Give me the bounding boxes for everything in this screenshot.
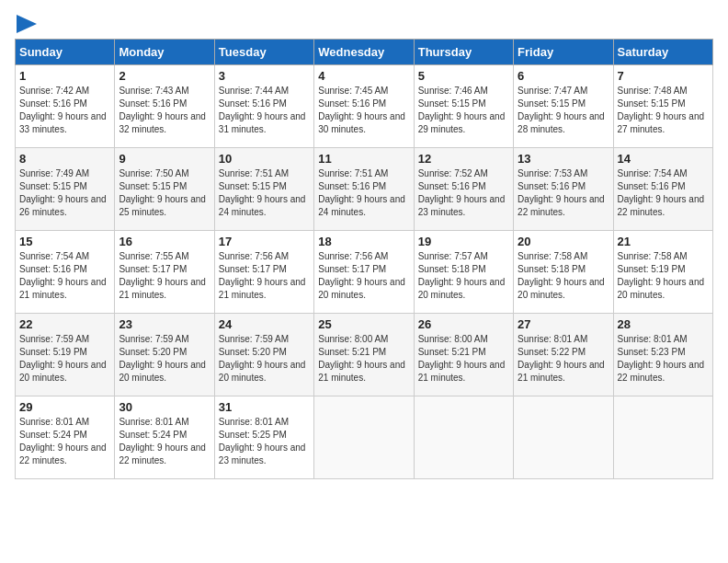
day-number: 21 [618,235,709,248]
col-header-wednesday: Wednesday [314,40,414,65]
day-number: 20 [518,235,609,248]
calendar-cell: 20 Sunrise: 7:58 AMSunset: 5:18 PMDaylig… [514,231,613,314]
day-info: Sunrise: 7:56 AMSunset: 5:17 PMDaylight:… [318,251,405,300]
calendar-week-4: 29 Sunrise: 8:01 AMSunset: 5:24 PMDaylig… [16,396,713,479]
day-number: 25 [318,317,409,331]
day-info: Sunrise: 7:59 AMSunset: 5:20 PMDaylight:… [119,334,206,383]
day-number: 12 [418,152,509,166]
calendar-cell [514,396,613,479]
col-header-thursday: Thursday [414,40,513,65]
day-number: 27 [518,317,609,331]
calendar-cell: 13 Sunrise: 7:53 AMSunset: 5:16 PMDaylig… [514,148,613,231]
col-header-tuesday: Tuesday [214,40,313,65]
day-info: Sunrise: 8:01 AMSunset: 5:23 PMDaylight:… [618,334,705,383]
day-info: Sunrise: 7:44 AMSunset: 5:16 PMDaylight:… [219,86,306,134]
calendar-cell: 22 Sunrise: 7:59 AMSunset: 5:19 PMDaylig… [16,314,115,396]
calendar-cell: 2 Sunrise: 7:43 AMSunset: 5:16 PMDayligh… [115,65,214,148]
calendar-cell: 31 Sunrise: 8:01 AMSunset: 5:25 PMDaylig… [214,396,313,479]
day-number: 15 [19,235,110,248]
calendar-week-0: 1 Sunrise: 7:42 AMSunset: 5:16 PMDayligh… [16,65,713,148]
day-info: Sunrise: 7:42 AMSunset: 5:16 PMDaylight:… [19,86,107,134]
day-number: 18 [318,235,409,248]
day-number: 13 [518,152,609,166]
calendar-week-2: 15 Sunrise: 7:54 AMSunset: 5:16 PMDaylig… [16,231,713,314]
calendar-cell: 9 Sunrise: 7:50 AMSunset: 5:15 PMDayligh… [115,148,214,231]
day-info: Sunrise: 7:45 AMSunset: 5:16 PMDaylight:… [318,86,405,134]
col-header-sunday: Sunday [16,40,115,65]
calendar-cell: 5 Sunrise: 7:46 AMSunset: 5:15 PMDayligh… [414,65,513,148]
day-info: Sunrise: 7:59 AMSunset: 5:19 PMDaylight:… [19,334,107,383]
page-header [15,15,713,31]
day-info: Sunrise: 7:54 AMSunset: 5:16 PMDaylight:… [618,168,705,217]
calendar-cell [414,396,513,479]
day-info: Sunrise: 7:56 AMSunset: 5:17 PMDaylight:… [219,251,306,300]
calendar-cell: 24 Sunrise: 7:59 AMSunset: 5:20 PMDaylig… [214,314,313,396]
calendar-cell [314,396,414,479]
day-number: 10 [219,152,310,166]
logo [15,15,37,31]
day-number: 28 [618,317,709,331]
day-info: Sunrise: 7:52 AMSunset: 5:16 PMDaylight:… [418,168,506,217]
day-number: 22 [19,317,110,331]
calendar-cell: 27 Sunrise: 8:01 AMSunset: 5:22 PMDaylig… [514,314,613,396]
calendar-cell: 28 Sunrise: 8:01 AMSunset: 5:23 PMDaylig… [613,314,712,396]
calendar-cell [613,396,712,479]
day-number: 1 [19,69,110,83]
day-info: Sunrise: 7:58 AMSunset: 5:18 PMDaylight:… [518,251,605,300]
day-number: 6 [518,69,609,83]
calendar-cell: 6 Sunrise: 7:47 AMSunset: 5:15 PMDayligh… [514,65,613,148]
day-info: Sunrise: 8:00 AMSunset: 5:21 PMDaylight:… [318,334,405,383]
calendar-header-row: SundayMondayTuesdayWednesdayThursdayFrid… [16,40,713,65]
calendar-week-1: 8 Sunrise: 7:49 AMSunset: 5:15 PMDayligh… [16,148,713,231]
calendar-week-3: 22 Sunrise: 7:59 AMSunset: 5:19 PMDaylig… [16,314,713,396]
day-number: 16 [119,235,210,248]
day-number: 11 [318,152,409,166]
day-info: Sunrise: 7:53 AMSunset: 5:16 PMDaylight:… [518,168,605,217]
calendar-cell: 30 Sunrise: 8:01 AMSunset: 5:24 PMDaylig… [115,396,214,479]
day-info: Sunrise: 8:01 AMSunset: 5:22 PMDaylight:… [518,334,605,383]
calendar-cell: 23 Sunrise: 7:59 AMSunset: 5:20 PMDaylig… [115,314,214,396]
day-info: Sunrise: 7:51 AMSunset: 5:16 PMDaylight:… [318,168,405,217]
calendar-cell: 17 Sunrise: 7:56 AMSunset: 5:17 PMDaylig… [214,231,313,314]
day-number: 2 [119,69,210,83]
col-header-monday: Monday [115,40,214,65]
day-info: Sunrise: 7:59 AMSunset: 5:20 PMDaylight:… [219,334,306,383]
calendar-cell: 21 Sunrise: 7:58 AMSunset: 5:19 PMDaylig… [613,231,712,314]
calendar-table: SundayMondayTuesdayWednesdayThursdayFrid… [15,39,713,479]
day-info: Sunrise: 7:54 AMSunset: 5:16 PMDaylight:… [19,251,107,300]
col-header-saturday: Saturday [613,40,712,65]
day-number: 5 [418,69,509,83]
day-number: 9 [119,152,210,166]
day-number: 23 [119,317,210,331]
day-number: 3 [219,69,310,83]
calendar-cell: 11 Sunrise: 7:51 AMSunset: 5:16 PMDaylig… [314,148,414,231]
calendar-cell: 8 Sunrise: 7:49 AMSunset: 5:15 PMDayligh… [16,148,115,231]
calendar-cell: 15 Sunrise: 7:54 AMSunset: 5:16 PMDaylig… [16,231,115,314]
calendar-cell: 1 Sunrise: 7:42 AMSunset: 5:16 PMDayligh… [16,65,115,148]
calendar-cell: 16 Sunrise: 7:55 AMSunset: 5:17 PMDaylig… [115,231,214,314]
day-number: 14 [618,152,709,166]
logo-icon [17,15,37,33]
day-info: Sunrise: 7:57 AMSunset: 5:18 PMDaylight:… [418,251,506,300]
calendar-body: 1 Sunrise: 7:42 AMSunset: 5:16 PMDayligh… [16,65,713,479]
calendar-cell: 14 Sunrise: 7:54 AMSunset: 5:16 PMDaylig… [613,148,712,231]
day-number: 7 [618,69,709,83]
day-number: 19 [418,235,509,248]
day-info: Sunrise: 7:49 AMSunset: 5:15 PMDaylight:… [19,168,107,217]
calendar-cell: 3 Sunrise: 7:44 AMSunset: 5:16 PMDayligh… [214,65,313,148]
day-info: Sunrise: 7:55 AMSunset: 5:17 PMDaylight:… [119,251,206,300]
calendar-cell: 29 Sunrise: 8:01 AMSunset: 5:24 PMDaylig… [16,396,115,479]
calendar-cell: 26 Sunrise: 8:00 AMSunset: 5:21 PMDaylig… [414,314,513,396]
day-number: 8 [19,152,110,166]
day-number: 31 [219,400,310,414]
day-number: 30 [119,400,210,414]
day-number: 24 [219,317,310,331]
calendar-cell: 18 Sunrise: 7:56 AMSunset: 5:17 PMDaylig… [314,231,414,314]
day-info: Sunrise: 7:48 AMSunset: 5:15 PMDaylight:… [618,86,705,134]
day-info: Sunrise: 8:01 AMSunset: 5:24 PMDaylight:… [19,417,107,465]
calendar-cell: 7 Sunrise: 7:48 AMSunset: 5:15 PMDayligh… [613,65,712,148]
day-info: Sunrise: 7:47 AMSunset: 5:15 PMDaylight:… [518,86,605,134]
day-number: 29 [19,400,110,414]
col-header-friday: Friday [514,40,613,65]
calendar-cell: 4 Sunrise: 7:45 AMSunset: 5:16 PMDayligh… [314,65,414,148]
